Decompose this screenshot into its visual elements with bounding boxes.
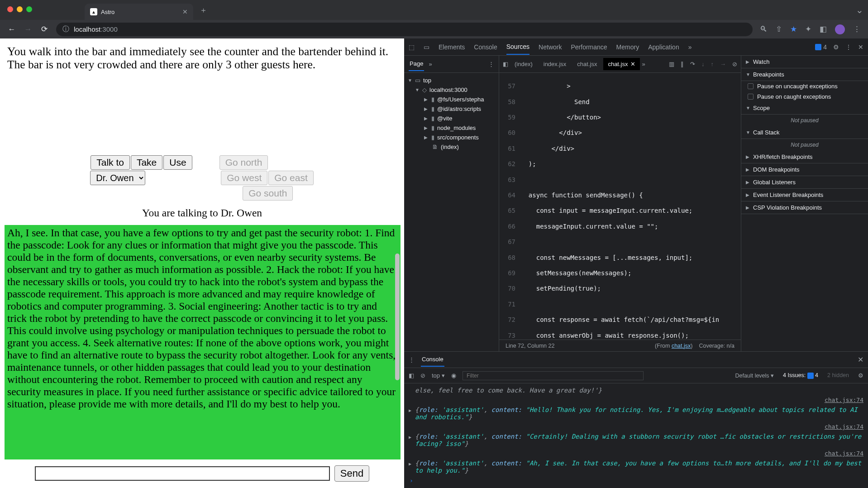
more-editor-tabs-icon[interactable]: » [642,61,645,67]
watch-section[interactable]: ▶Watch [741,56,868,68]
more-nav-icon[interactable]: » [429,61,432,67]
tabs-dropdown-icon[interactable]: ⌄ [856,5,868,15]
console-close-icon[interactable]: ✕ [858,355,863,364]
address-bar[interactable]: ⓘ localhost:3000 [56,23,753,36]
search-icon[interactable]: 🔍︎ [760,25,768,34]
issues-link[interactable]: 4 Issues: 4 [783,372,818,379]
pause-uncaught-checkbox[interactable]: Pause on uncaught exceptions [741,81,868,91]
tree-fs[interactable]: ▶▮@fs/Users/stepha [404,95,499,104]
elements-tab[interactable]: Elements [439,40,465,54]
editor-tab-indexjsx[interactable]: index.jsx [539,58,571,70]
go-south-button[interactable]: Go south [243,186,293,201]
breakpoints-section[interactable]: ▼Breakpoints [741,68,868,81]
scrollbar[interactable] [395,254,400,444]
site-info-icon[interactable]: ⓘ [62,25,69,33]
execution-context[interactable]: top ▾ [432,372,445,379]
network-tab[interactable]: Network [539,40,562,54]
sources-tab[interactable]: Sources [506,39,529,55]
pause-caught-checkbox[interactable]: Pause on caught exceptions [741,91,868,102]
console-log-entry[interactable]: ▶ {role: 'assistant', content: "Ah, I se… [409,458,863,475]
macos-maximize-button[interactable] [26,6,32,12]
application-tab[interactable]: Application [648,40,679,54]
xhr-breakpoints-section[interactable]: ▶XHR/fetch Breakpoints [741,151,868,163]
pause-icon[interactable]: ‖ [681,61,684,67]
log-levels-dropdown[interactable]: Default levels ▾ [735,372,774,379]
log-source-link[interactable]: chat.jsx:74 [818,450,863,457]
go-west-button[interactable]: Go west [221,171,267,185]
global-listeners-section[interactable]: ▶Global Listeners [741,176,868,189]
console-filter-input[interactable] [463,371,644,380]
console-log-entry[interactable]: ▶ {role: 'assistant', content: "Hello! T… [409,405,863,422]
tree-id-scripts[interactable]: ▶▮@id/astro:scripts [404,104,499,114]
macos-close-button[interactable] [7,6,13,12]
tree-vite[interactable]: ▶▮@vite [404,114,499,123]
deactivate-breakpoints-icon[interactable]: ⊘ [732,61,737,67]
editor-tab-chatjsx-2[interactable]: chat.jsx✕ [603,58,640,70]
scope-section[interactable]: ▼Scope [741,102,868,115]
log-source-link[interactable]: chat.jsx:74 [818,423,863,430]
settings-icon[interactable]: ⚙ [833,43,839,51]
reload-button[interactable]: ⟳ [40,24,49,34]
step-icon[interactable]: → [720,61,726,67]
step-out-icon[interactable]: ↑ [711,61,714,67]
console-prompt[interactable]: › [409,475,863,484]
issues-badge[interactable]: 4 [815,43,827,51]
toggle-navigator-icon[interactable]: ◧ [503,61,508,67]
inspect-icon[interactable]: ⬚ [409,43,415,51]
close-tab-icon[interactable]: ✕ [630,61,635,67]
source-link[interactable]: chat.jsx [672,343,691,349]
console-log-entry[interactable]: else, feel free to come back. Have a gre… [409,385,863,395]
take-button[interactable]: Take [131,155,162,170]
devtools-close-icon[interactable]: ✕ [858,43,863,51]
device-toolbar-icon[interactable]: ▭ [424,43,429,51]
toggle-debugger-icon[interactable]: ▥ [669,61,674,67]
console-log-entry[interactable]: chat.jsx:74 [409,422,863,431]
memory-tab[interactable]: Memory [616,40,639,54]
send-button[interactable]: Send [334,465,369,482]
extensions-icon[interactable]: ✦ [805,24,811,34]
go-north-button[interactable]: Go north [219,155,268,170]
dom-breakpoints-section[interactable]: ▶DOM Breakpoints [741,163,868,176]
devtools-menu-icon[interactable]: ⋮ [845,43,852,51]
tree-index-file[interactable]: 🗎(index) [404,142,499,152]
performance-tab[interactable]: Performance [571,40,607,54]
tree-host[interactable]: ▼◇localhost:3000 [404,85,499,95]
go-east-button[interactable]: Go east [268,171,314,185]
console-tab[interactable]: Console [474,40,497,54]
step-into-icon[interactable]: ↓ [701,61,705,67]
hidden-count[interactable]: 2 hidden [827,372,849,379]
call-stack-section[interactable]: ▼Call Stack [741,126,868,139]
tab-close-icon[interactable]: ✕ [182,8,188,15]
editor-tab-index[interactable]: (index) [510,58,537,70]
live-expression-icon[interactable]: ◉ [451,372,456,379]
forward-button[interactable]: → [24,25,33,34]
step-over-icon[interactable]: ↷ [690,61,695,67]
console-log-entry[interactable]: chat.jsx:74 [409,449,863,458]
share-icon[interactable]: ⇧ [776,24,782,34]
talk-to-button[interactable]: Talk to [91,155,130,170]
page-nav-tab[interactable]: Page [409,57,424,71]
new-tab-button[interactable]: ＋ [200,5,207,15]
browser-menu-icon[interactable]: ⋮ [853,24,861,34]
log-source-link[interactable]: chat.jsx:74 [818,397,863,403]
console-log-entry[interactable]: chat.jsx:74 [409,395,863,405]
tree-top[interactable]: ▼▭top [404,76,499,85]
console-settings-icon[interactable]: ⚙ [858,372,863,379]
profile-avatar[interactable] [835,24,845,34]
event-listener-bp-section[interactable]: ▶Event Listener Breakpoints [741,189,868,201]
message-input[interactable] [35,466,330,481]
sidepanel-icon[interactable]: ◧ [820,24,827,34]
nav-menu-icon[interactable]: ⋮ [488,61,494,67]
console-drawer-tab[interactable]: Console [421,353,444,367]
macos-minimize-button[interactable] [17,6,23,12]
bookmark-star-icon[interactable]: ★ [790,24,797,34]
csp-violation-bp-section[interactable]: ▶CSP Violation Breakpoints [741,201,868,214]
character-select[interactable]: Dr. Owen [90,171,145,185]
code-editor[interactable]: 57 > 58 Send 59 </button> 60 </div> 61 <… [499,73,741,340]
tree-node-modules[interactable]: ▶▮node_modules [404,123,499,133]
back-button[interactable]: ← [7,25,16,34]
use-button[interactable]: Use [163,155,192,170]
more-tabs-icon[interactable]: » [688,43,692,51]
clear-console-icon[interactable]: ⊘ [420,372,425,379]
browser-tab[interactable]: ▲ Astro ✕ [85,4,193,20]
